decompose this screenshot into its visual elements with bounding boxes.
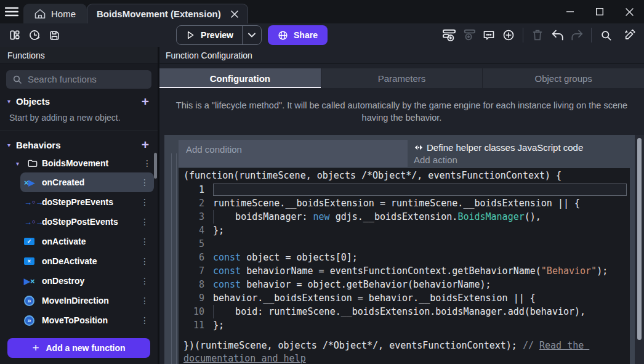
tab-parameters[interactable]: Parameters — [321, 68, 483, 88]
close-tab-icon[interactable] — [231, 10, 238, 18]
kebab-menu-icon[interactable]: ⋮ — [143, 158, 151, 168]
kebab-menu-icon[interactable]: ⋮ — [140, 276, 149, 286]
kebab-menu-icon[interactable]: ⋮ — [140, 315, 149, 325]
add-condition-button[interactable]: Add condition — [179, 140, 408, 167]
preview-options-button[interactable] — [243, 26, 261, 44]
events-sheet: Add condition Define helper classes Java… — [159, 135, 644, 364]
redo-button[interactable] — [568, 26, 586, 44]
code-line-4[interactable]: 4}; — [179, 224, 630, 237]
line-content[interactable]: const object = objects[0]; — [213, 251, 627, 264]
code-line-7[interactable]: 7const behaviorName = eventsFunctionCont… — [179, 264, 630, 278]
line-content[interactable]: const behavior = object.getBehavior(beha… — [213, 278, 627, 291]
main-menu-button[interactable] — [0, 0, 23, 23]
kebab-menu-icon[interactable]: ⋮ — [140, 177, 149, 187]
main-toolbar: Preview Share — [0, 23, 644, 47]
undo-button[interactable] — [549, 26, 566, 44]
search-icon — [600, 30, 612, 41]
search-functions-input[interactable] — [28, 74, 145, 84]
line-content[interactable]: }; — [213, 224, 627, 237]
undo-icon — [551, 30, 564, 41]
line-content[interactable]: const behaviorName = eventsFunctionConte… — [213, 264, 627, 278]
tab-configuration[interactable]: Configuration — [159, 68, 321, 88]
caret-down-icon: ▾ — [16, 160, 23, 167]
line-content[interactable]: boid: runtimeScene.__boidsExtension.boid… — [213, 305, 627, 318]
save-floppy-icon — [49, 30, 60, 41]
tab-home[interactable]: Home — [23, 4, 87, 23]
sidebar-item-dosteppostevents[interactable]: →○→doStepPostEvents⋮ — [20, 212, 154, 232]
trash-icon — [532, 29, 543, 41]
behavior-folder-boidsmovement[interactable]: ▾ BoidsMovement ⋮ — [0, 154, 158, 172]
titlebar: Home BoidsMovement (Extension) — [0, 0, 644, 23]
add-comment-button[interactable] — [480, 26, 497, 44]
code-line-8[interactable]: 8const behavior = object.getBehavior(beh… — [179, 278, 630, 291]
delete-button[interactable] — [529, 26, 546, 44]
code-line-6[interactable]: 6const object = objects[0]; — [179, 251, 630, 264]
lifecycle-description: This is a "lifecycle method". It will be… — [159, 88, 644, 135]
code-line-11[interactable]: 11}; — [179, 318, 630, 332]
save-button[interactable] — [46, 26, 63, 44]
kebab-menu-icon[interactable]: ⋮ — [140, 197, 149, 207]
js-code-event-title[interactable]: Define helper classes JavaScript code — [414, 140, 630, 155]
toolbar-divider — [523, 28, 523, 42]
kebab-menu-icon[interactable]: ⋮ — [140, 217, 149, 227]
redo-icon — [571, 30, 584, 41]
line-number: 5 — [179, 237, 213, 251]
line-content[interactable]: boidsManager: new gdjs.__boidsExtension.… — [213, 210, 627, 224]
code-line-10[interactable]: 10 boid: runtimeScene.__boidsExtension.b… — [179, 305, 630, 318]
line-number: 1 — [179, 183, 213, 196]
minimize-button[interactable] — [555, 0, 585, 23]
project-manager-button[interactable] — [6, 26, 23, 44]
tab-object-groups[interactable]: Object groups — [483, 68, 644, 88]
line-content[interactable] — [213, 184, 627, 196]
kebab-menu-icon[interactable]: ⋮ — [140, 296, 149, 305]
sidebar-item-dosteppreevents[interactable]: →○→doStepPreEvents⋮ — [20, 192, 154, 212]
sidebar-item-onactivate[interactable]: ✓onActivate⋮ — [20, 232, 154, 251]
folder-label: BoidsMovement — [42, 158, 108, 168]
add-behavior-button[interactable]: + — [142, 139, 149, 151]
add-subevent-button[interactable] — [461, 26, 478, 44]
add-object-button[interactable]: + — [142, 95, 149, 108]
search-icon — [12, 75, 22, 84]
edit-extension-button[interactable] — [621, 26, 638, 44]
line-content[interactable]: behavior.__boidsExtension = behavior.__b… — [213, 291, 627, 305]
line-content[interactable]: }; — [213, 318, 627, 332]
sidebar-item-movetoposition[interactable]: »MoveToPosition⋮ — [20, 310, 154, 330]
objects-section-header[interactable]: ▾ Objects + — [0, 92, 158, 111]
code-line-1[interactable]: 1 — [179, 183, 630, 196]
events-scrollbar[interactable] — [637, 138, 642, 340]
choose-event-button[interactable] — [500, 26, 517, 44]
kebab-menu-icon[interactable]: ⋮ — [140, 256, 149, 266]
behaviors-section-header[interactable]: ▾ Behaviors + — [0, 136, 158, 155]
code-line-5[interactable]: 5 — [179, 237, 630, 251]
add-action-button[interactable]: Add action — [414, 155, 630, 167]
share-button[interactable]: Share — [268, 25, 328, 45]
preview-button[interactable]: Preview — [177, 26, 242, 44]
code-line-2[interactable]: 2runtimeScene.__boidsExtension = runtime… — [179, 196, 630, 210]
event-indent-guide — [176, 153, 177, 364]
kebab-menu-icon[interactable]: ⋮ — [140, 237, 149, 246]
add-event-button[interactable] — [441, 26, 458, 44]
tab-boidsmovement-label: BoidsMovement (Extension) — [97, 9, 221, 19]
history-button[interactable] — [26, 26, 43, 44]
hamburger-icon — [5, 7, 18, 17]
code-line-9[interactable]: 9behavior.__boidsExtension = behavior.__… — [179, 291, 630, 305]
search-events-button[interactable] — [597, 26, 614, 44]
tab-boidsmovement-extension[interactable]: BoidsMovement (Extension) — [87, 4, 248, 23]
sidebar-item-ondeactivate[interactable]: ×onDeActivate⋮ — [20, 251, 154, 271]
add-function-button[interactable]: + Add a new function — [7, 338, 150, 358]
maximize-button[interactable] — [585, 0, 614, 23]
js-code-editor[interactable]: (function(runtimeScene, objects /*Object… — [179, 168, 630, 364]
step-icon: →○→ — [24, 198, 40, 207]
line-content[interactable] — [213, 237, 627, 251]
close-window-button[interactable] — [614, 0, 644, 23]
sidebar-item-oncreated[interactable]: ×▶onCreated⋮ — [20, 172, 154, 192]
sidebar-item-moveindirection[interactable]: »MoveInDirection⋮ — [20, 291, 154, 310]
sidebar-item-ondestroy[interactable]: ▶×onDestroy⋮ — [20, 271, 154, 291]
function-name: onActivate — [42, 237, 86, 246]
folder-icon — [28, 159, 38, 168]
panels-icon — [9, 29, 21, 41]
globe-icon — [278, 30, 288, 41]
code-line-3[interactable]: 3 boidsManager: new gdjs.__boidsExtensio… — [179, 210, 630, 224]
line-content[interactable]: runtimeScene.__boidsExtension = runtimeS… — [213, 196, 627, 210]
sidebar-scrollbar[interactable] — [154, 153, 157, 179]
